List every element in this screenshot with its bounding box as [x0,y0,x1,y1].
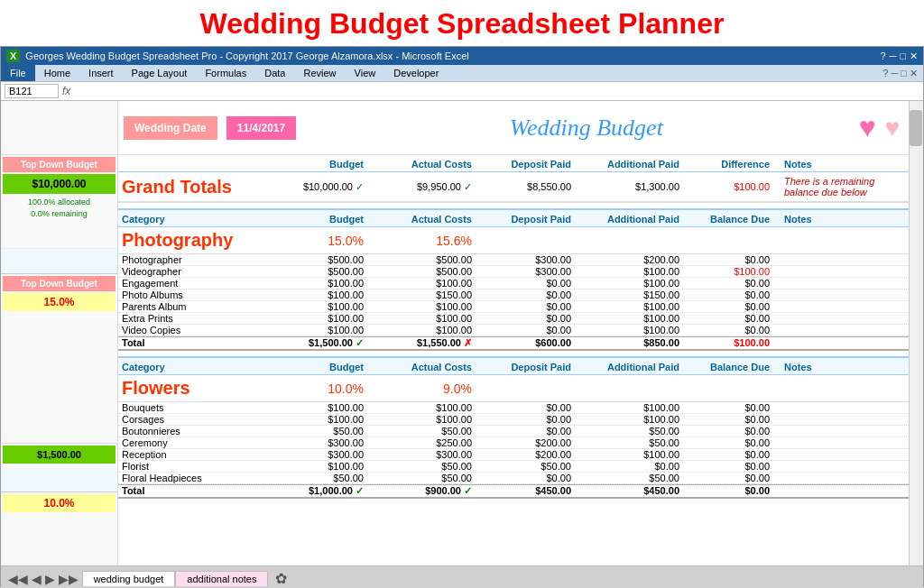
title-bar-controls[interactable]: ?─□✕ [880,51,918,62]
col-hdr-additional: Additional Paid [578,159,687,170]
tab-insert[interactable]: Insert [79,65,123,81]
vertical-scrollbar[interactable] [909,101,923,565]
gt-note: There is a remaining balance due below [777,176,909,198]
main-title: Wedding Budget Spreadsheet Planner [0,0,924,46]
photo-item-5: Extra Prints $100.00 $100.00 $0.00 $100.… [118,313,909,325]
gt-budget: $10,000.00 ✓ [263,181,371,193]
photo-col-headers: Category Budget Actual Costs Deposit Pai… [118,208,909,227]
title-bar-text: Georges Wedding Budget Spreadsheet Pro -… [25,51,468,61]
heart-light-icon: ♥ [884,114,900,142]
main-content: Wedding Date 11/4/2017 Wedding Budget ♥ … [118,101,909,565]
photo-item-0: Photographer $500.00 $500.00 $300.00 $20… [118,254,909,266]
col-hdr-notes: Notes [777,159,909,170]
col-hdr-actual: Actual Costs [371,159,479,170]
nav-arrows[interactable]: ◀◀ ◀ ▶ ▶▶ [5,570,82,588]
gt-deposit: $8,550.00 [479,181,578,192]
gt-actual-check: ✓ [464,181,472,192]
sidebar-flowers-pct: 10.0% [3,494,116,512]
wedding-date-value: 11/4/2017 [226,116,296,140]
tab-view[interactable]: View [346,65,385,81]
gt-actual: $9,950.00 ✓ [371,181,479,193]
col-hdr-category [118,159,263,170]
col-hdr-deposit: Deposit Paid [479,159,578,170]
formula-input[interactable] [74,86,919,96]
excel-icon: X [6,50,20,62]
gt-additional: $1,300.00 [578,181,687,192]
tab-developer[interactable]: Developer [384,65,448,81]
title-bar: X Georges Wedding Budget Spreadsheet Pro… [1,47,923,65]
excel-window: X Georges Wedding Budget Spreadsheet Pro… [0,46,924,587]
tab-page-layout[interactable]: Page Layout [123,65,197,81]
ribbon-tabs[interactable]: File Home Insert Page Layout Formulas Da… [1,65,923,81]
grand-totals-row: Grand Totals $10,000.00 ✓ $9,950.00 ✓ $8… [118,172,909,203]
tab-review[interactable]: Review [294,65,345,81]
tab-formulas[interactable]: Formulas [196,65,255,81]
col-hdr-difference: Difference [687,159,777,170]
flowers-item-0: Bouquets $100.00 $100.00 $0.00 $100.00 $… [118,402,909,414]
flowers-item-3: Ceremony $300.00 $250.00 $200.00 $50.00 … [118,437,909,449]
sidebar-allocated: 100.0% allocated 0.0% remaining [1,196,117,220]
photo-item-1: Videographer $500.00 $500.00 $300.00 $10… [118,266,909,278]
flowers-item-2: Boutonnieres $50.00 $50.00 $0.00 $50.00 … [118,426,909,437]
sidebar-budget-amount: $10,000.00 [3,174,116,194]
gt-budget-check: ✓ [356,181,364,192]
photo-item-4: Parents Album $100.00 $100.00 $0.00 $100… [118,301,909,313]
hearts-area: ♥ ♥ [858,111,900,144]
formula-bar: fx [1,81,923,101]
top-down-budget-label-1: Top Down Budget [3,157,116,172]
photo-item-2: Engagement $100.00 $100.00 $0.00 $100.00… [118,278,909,289]
sheet-tab-add[interactable]: ✿ [268,568,294,588]
sheet-tab-wedding[interactable]: wedding budget [82,571,176,586]
photo-item-6: Video Copies $100.00 $100.00 $0.00 $100.… [118,325,909,336]
tab-file[interactable]: File [1,65,35,81]
photo-total: Total $1,500.00 ✓ $1,550.00 ✗ $600.00 $8… [118,336,909,351]
flowers-total: Total $1,000.00 ✓ $900.00 ✓ $450.00 $450… [118,484,909,499]
photo-header: Photography 15.0% 15.6% [118,227,909,254]
grand-totals-col-headers: Budget Actual Costs Deposit Paid Additio… [118,155,909,172]
top-down-budget-label-2: Top Down Budget [3,276,116,291]
wedding-budget-title: Wedding Budget [314,115,858,142]
grand-totals-label: Grand Totals [118,177,263,198]
flowers-item-6: Floral Headpieces $50.00 $50.00 $0.00 $5… [118,473,909,484]
sidebar-photography-budget: $1,500.00 [3,446,116,464]
cell-reference[interactable] [5,84,59,98]
flowers-item-5: Florist $100.00 $50.00 $50.00 $0.00 $0.0… [118,461,909,473]
photo-item-3: Photo Albums $100.00 $150.00 $0.00 $150.… [118,289,909,301]
header-section: Wedding Date 11/4/2017 Wedding Budget ♥ … [118,101,909,155]
heart-pink-icon: ♥ [858,111,875,144]
main-scroll[interactable]: Wedding Date 11/4/2017 Wedding Budget ♥ … [118,101,909,543]
flowers-item-1: Corsages $100.00 $100.00 $0.00 $100.00 $… [118,414,909,426]
col-hdr-budget: Budget [263,159,371,170]
flowers-item-4: Reception $300.00 $300.00 $200.00 $100.0… [118,449,909,461]
gt-difference: $100.00 [687,181,777,192]
sidebar-photography-pct: 15.0% [3,293,116,311]
tab-data[interactable]: Data [255,65,294,81]
tab-home[interactable]: Home [35,65,79,81]
sheet-tab-notes[interactable]: additional notes [175,571,268,586]
sheet-tabs-area: ◀◀ ◀ ▶ ▶▶ wedding budget additional note… [1,565,923,588]
wedding-date-label: Wedding Date [124,116,217,140]
spreadsheet-area: Top Down Budget $10,000.00 100.0% alloca… [1,101,923,565]
flowers-col-headers: Category Budget Actual Costs Deposit Pai… [118,356,909,375]
flowers-header: Flowers 10.0% 9.0% [118,375,909,402]
left-sidebar: Top Down Budget $10,000.00 100.0% alloca… [1,101,118,565]
fx-label: fx [62,85,70,97]
